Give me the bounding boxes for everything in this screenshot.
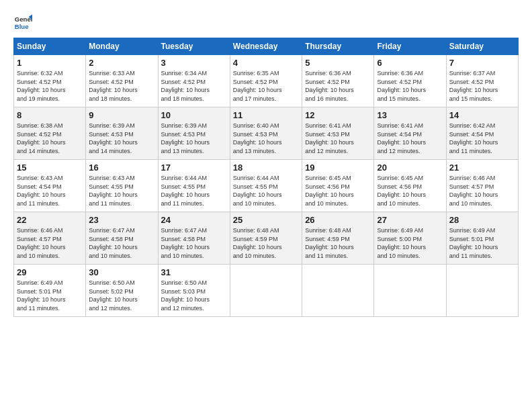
calendar-cell: 7Sunrise: 6:37 AMSunset: 4:52 PMDaylight… <box>446 55 518 107</box>
day-info: Sunrise: 6:42 AMSunset: 4:54 PMDaylight:… <box>449 122 515 155</box>
calendar-cell: 20Sunrise: 6:45 AMSunset: 4:56 PMDayligh… <box>374 160 446 212</box>
day-number: 20 <box>377 163 443 173</box>
col-saturday: Saturday <box>446 38 518 55</box>
day-info: Sunrise: 6:46 AMSunset: 4:57 PMDaylight:… <box>449 174 515 208</box>
calendar-cell: 26Sunrise: 6:48 AMSunset: 4:59 PMDayligh… <box>302 212 374 265</box>
day-number: 10 <box>161 110 227 120</box>
day-number: 19 <box>305 163 371 173</box>
calendar-table: Sunday Monday Tuesday Wednesday Thursday… <box>13 38 519 317</box>
day-info: Sunrise: 6:44 AMSunset: 4:55 PMDaylight:… <box>161 174 227 208</box>
day-info: Sunrise: 6:47 AMSunset: 4:58 PMDaylight:… <box>161 226 227 260</box>
day-number: 3 <box>161 58 227 68</box>
day-info: Sunrise: 6:41 AMSunset: 4:54 PMDaylight:… <box>377 122 443 155</box>
day-info: Sunrise: 6:39 AMSunset: 4:53 PMDaylight:… <box>89 122 154 155</box>
day-number: 18 <box>233 163 299 173</box>
day-number: 9 <box>89 110 154 120</box>
day-number: 17 <box>161 163 227 173</box>
day-info: Sunrise: 6:41 AMSunset: 4:53 PMDaylight:… <box>305 122 371 155</box>
day-number: 6 <box>377 58 443 68</box>
calendar-cell: 22Sunrise: 6:46 AMSunset: 4:57 PMDayligh… <box>14 212 86 265</box>
logo: General Blue <box>13 12 32 31</box>
header: General Blue <box>13 12 519 31</box>
calendar-cell <box>374 265 446 317</box>
day-info: Sunrise: 6:33 AMSunset: 4:52 PMDaylight:… <box>89 69 154 103</box>
calendar-cell: 23Sunrise: 6:47 AMSunset: 4:58 PMDayligh… <box>86 212 158 265</box>
day-number: 27 <box>377 215 443 225</box>
day-number: 13 <box>377 110 443 120</box>
week-row-5: 29Sunrise: 6:49 AMSunset: 5:01 PMDayligh… <box>14 265 519 317</box>
day-info: Sunrise: 6:43 AMSunset: 4:54 PMDaylight:… <box>17 174 83 208</box>
calendar-cell: 8Sunrise: 6:38 AMSunset: 4:52 PMDaylight… <box>14 107 86 160</box>
day-number: 16 <box>89 163 154 173</box>
calendar-cell: 11Sunrise: 6:40 AMSunset: 4:53 PMDayligh… <box>230 107 302 160</box>
col-friday: Friday <box>374 38 446 55</box>
week-row-3: 15Sunrise: 6:43 AMSunset: 4:54 PMDayligh… <box>14 160 519 212</box>
col-sunday: Sunday <box>14 38 86 55</box>
header-row: Sunday Monday Tuesday Wednesday Thursday… <box>14 38 519 55</box>
day-info: Sunrise: 6:38 AMSunset: 4:52 PMDaylight:… <box>17 122 83 155</box>
calendar-cell: 2Sunrise: 6:33 AMSunset: 4:52 PMDaylight… <box>86 55 158 107</box>
day-info: Sunrise: 6:48 AMSunset: 4:59 PMDaylight:… <box>305 226 371 260</box>
calendar-cell: 3Sunrise: 6:34 AMSunset: 4:52 PMDaylight… <box>158 55 230 107</box>
calendar-cell: 5Sunrise: 6:36 AMSunset: 4:52 PMDaylight… <box>302 55 374 107</box>
day-info: Sunrise: 6:47 AMSunset: 4:58 PMDaylight:… <box>89 226 154 260</box>
calendar-cell: 28Sunrise: 6:49 AMSunset: 5:01 PMDayligh… <box>446 212 518 265</box>
calendar-cell: 1Sunrise: 6:32 AMSunset: 4:52 PMDaylight… <box>14 55 86 107</box>
day-info: Sunrise: 6:48 AMSunset: 4:59 PMDaylight:… <box>233 226 299 260</box>
day-info: Sunrise: 6:43 AMSunset: 4:55 PMDaylight:… <box>89 174 154 208</box>
day-info: Sunrise: 6:39 AMSunset: 4:53 PMDaylight:… <box>161 122 227 155</box>
day-info: Sunrise: 6:36 AMSunset: 4:52 PMDaylight:… <box>377 69 443 103</box>
calendar-cell: 27Sunrise: 6:49 AMSunset: 5:00 PMDayligh… <box>374 212 446 265</box>
calendar-cell: 30Sunrise: 6:50 AMSunset: 5:02 PMDayligh… <box>86 265 158 317</box>
day-number: 24 <box>161 215 227 225</box>
calendar-cell: 13Sunrise: 6:41 AMSunset: 4:54 PMDayligh… <box>374 107 446 160</box>
calendar-cell: 15Sunrise: 6:43 AMSunset: 4:54 PMDayligh… <box>14 160 86 212</box>
day-number: 12 <box>305 110 371 120</box>
calendar-cell: 4Sunrise: 6:35 AMSunset: 4:52 PMDaylight… <box>230 55 302 107</box>
day-number: 29 <box>17 267 83 277</box>
day-info: Sunrise: 6:49 AMSunset: 5:00 PMDaylight:… <box>377 226 443 260</box>
calendar-cell: 6Sunrise: 6:36 AMSunset: 4:52 PMDaylight… <box>374 55 446 107</box>
col-wednesday: Wednesday <box>230 38 302 55</box>
calendar-cell: 9Sunrise: 6:39 AMSunset: 4:53 PMDaylight… <box>86 107 158 160</box>
day-info: Sunrise: 6:45 AMSunset: 4:56 PMDaylight:… <box>377 174 443 208</box>
day-info: Sunrise: 6:49 AMSunset: 5:01 PMDaylight:… <box>449 226 515 260</box>
calendar-cell <box>302 265 374 317</box>
calendar-cell: 25Sunrise: 6:48 AMSunset: 4:59 PMDayligh… <box>230 212 302 265</box>
calendar-cell: 29Sunrise: 6:49 AMSunset: 5:01 PMDayligh… <box>14 265 86 317</box>
calendar-cell: 24Sunrise: 6:47 AMSunset: 4:58 PMDayligh… <box>158 212 230 265</box>
day-info: Sunrise: 6:45 AMSunset: 4:56 PMDaylight:… <box>305 174 371 208</box>
calendar-cell: 10Sunrise: 6:39 AMSunset: 4:53 PMDayligh… <box>158 107 230 160</box>
day-info: Sunrise: 6:36 AMSunset: 4:52 PMDaylight:… <box>305 69 371 103</box>
logo-icon: General Blue <box>13 12 32 31</box>
calendar-cell: 19Sunrise: 6:45 AMSunset: 4:56 PMDayligh… <box>302 160 374 212</box>
week-row-1: 1Sunrise: 6:32 AMSunset: 4:52 PMDaylight… <box>14 55 519 107</box>
day-number: 4 <box>233 58 299 68</box>
day-info: Sunrise: 6:35 AMSunset: 4:52 PMDaylight:… <box>233 69 299 103</box>
day-number: 8 <box>17 110 83 120</box>
calendar-cell: 21Sunrise: 6:46 AMSunset: 4:57 PMDayligh… <box>446 160 518 212</box>
day-number: 30 <box>89 267 154 277</box>
day-info: Sunrise: 6:40 AMSunset: 4:53 PMDaylight:… <box>233 122 299 155</box>
day-info: Sunrise: 6:44 AMSunset: 4:55 PMDaylight:… <box>233 174 299 208</box>
day-number: 26 <box>305 215 371 225</box>
day-number: 28 <box>449 215 515 225</box>
calendar-cell: 12Sunrise: 6:41 AMSunset: 4:53 PMDayligh… <box>302 107 374 160</box>
week-row-2: 8Sunrise: 6:38 AMSunset: 4:52 PMDaylight… <box>14 107 519 160</box>
day-info: Sunrise: 6:49 AMSunset: 5:01 PMDaylight:… <box>17 279 83 312</box>
calendar-cell: 17Sunrise: 6:44 AMSunset: 4:55 PMDayligh… <box>158 160 230 212</box>
day-number: 14 <box>449 110 515 120</box>
calendar-cell: 18Sunrise: 6:44 AMSunset: 4:55 PMDayligh… <box>230 160 302 212</box>
day-number: 21 <box>449 163 515 173</box>
day-number: 23 <box>89 215 154 225</box>
svg-text:Blue: Blue <box>15 23 29 30</box>
day-info: Sunrise: 6:32 AMSunset: 4:52 PMDaylight:… <box>17 69 83 103</box>
calendar-cell: 14Sunrise: 6:42 AMSunset: 4:54 PMDayligh… <box>446 107 518 160</box>
day-info: Sunrise: 6:34 AMSunset: 4:52 PMDaylight:… <box>161 69 227 103</box>
day-number: 1 <box>17 58 83 68</box>
day-number: 25 <box>233 215 299 225</box>
day-number: 5 <box>305 58 371 68</box>
day-number: 31 <box>161 267 227 277</box>
day-number: 7 <box>449 58 515 68</box>
calendar-cell: 31Sunrise: 6:50 AMSunset: 5:03 PMDayligh… <box>158 265 230 317</box>
